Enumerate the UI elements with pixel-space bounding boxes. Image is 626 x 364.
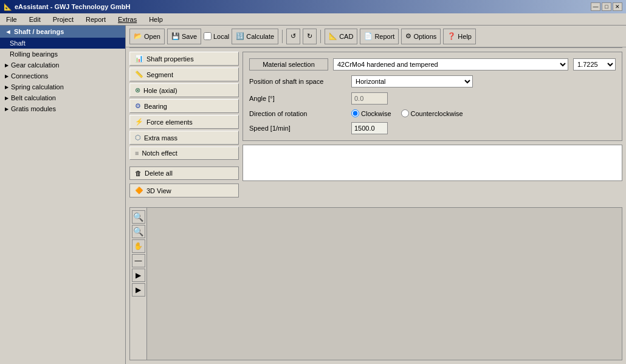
material-selection-button[interactable]: Material selection (249, 58, 328, 70)
sidebar-header: ◄ Shaft / bearings (0, 26, 125, 38)
counterclockwise-label: Counterclockwise (411, 110, 463, 117)
redo-button[interactable]: ↻ (303, 29, 317, 44)
speed-input[interactable] (351, 122, 388, 134)
toolbar: 📂 Open 💾 Save Local 🔢 Calculate ↺ ↻ 📐 CA… (126, 26, 626, 47)
minimize-button[interactable]: — (591, 2, 600, 11)
view3d-icon: 🔶 (135, 187, 143, 194)
speed-label: Speed [1/min] (249, 125, 346, 132)
material-code-dropdown[interactable]: 1.7225 (573, 58, 616, 70)
hole-icon: ⊗ (135, 86, 140, 94)
menu-bar: File Edit Project Report Extras Help (0, 13, 626, 26)
zoom-out-button[interactable]: 🔍 (132, 225, 145, 238)
mass-icon: ⬡ (135, 134, 141, 142)
maximize-button[interactable]: □ (602, 2, 611, 11)
sidebar-item-gear-calc[interactable]: ▶ Gear calculation (0, 60, 125, 70)
hole-axial-button[interactable]: ⊗ Hole (axial) (129, 83, 239, 97)
clockwise-label: Clockwise (361, 110, 391, 117)
speed-row: Speed [1/min] (249, 122, 616, 134)
fit-button-2[interactable]: ▶ (132, 269, 145, 282)
left-panel: 📊 Shaft properties 📏 Segment ⊗ Hole (axi… (129, 52, 239, 204)
report-button[interactable]: 📄 Report (360, 29, 399, 44)
force-elements-button[interactable]: ⚡ Force elements (129, 115, 239, 129)
expand-icon: ▶ (5, 84, 9, 90)
segment-icon: 📏 (135, 70, 143, 78)
fit1-icon: — (135, 256, 142, 265)
open-icon: 📂 (134, 32, 142, 40)
bearing-icon: ⚙ (135, 102, 141, 110)
material-dropdown[interactable]: 42CrMo4 hardened and tempered (333, 58, 568, 70)
cad-button[interactable]: 📐 CAD (325, 29, 357, 44)
sidebar-item-gratis[interactable]: ▶ Gratis modules (0, 103, 125, 114)
menu-help[interactable]: Help (145, 15, 167, 24)
bearing-button[interactable]: ⚙ Bearing (129, 99, 239, 113)
sidebar-item-rolling-bearings[interactable]: Rolling bearings (0, 49, 125, 60)
zoom-in-button[interactable]: 🔍 (132, 210, 145, 224)
canvas-drawing-area (147, 208, 622, 360)
app-icon: 📐 (4, 3, 12, 11)
close-button[interactable]: ✕ (613, 2, 622, 11)
fit-button-3[interactable]: ▶ (132, 283, 145, 297)
separator-1 (282, 30, 283, 43)
menu-extras[interactable]: Extras (114, 15, 140, 24)
sidebar-item-belt-calc[interactable]: ▶ Belt calculation (0, 92, 125, 103)
sidebar-item-shaft[interactable]: Shaft (0, 38, 125, 49)
zoom-out-icon: 🔍 (133, 227, 143, 236)
rotation-row: Direction of rotation Clockwise Counterc… (249, 109, 616, 117)
pan-icon: ✋ (134, 242, 143, 250)
pan-button[interactable]: ✋ (132, 239, 145, 253)
angle-row: Angle [°] (249, 92, 616, 105)
sidebar-item-connections[interactable]: ▶ Connections (0, 70, 125, 81)
material-row: Material selection 42CrMo4 hardened and … (249, 58, 616, 70)
rotation-radio-group: Clockwise Counterclockwise (351, 109, 463, 117)
window-title: eAssistant - GWJ Technology GmbH (15, 3, 131, 10)
force-icon: ⚡ (135, 118, 143, 126)
undo-button[interactable]: ↺ (286, 29, 300, 44)
report-icon: 📄 (364, 32, 373, 40)
output-text-area (242, 145, 622, 181)
notch-effect-button[interactable]: ≡ Notch effect (129, 146, 239, 160)
menu-report[interactable]: Report (82, 15, 109, 24)
canvas-area: 🔍 🔍 ✋ — ▶ ▶ (129, 207, 622, 360)
open-button[interactable]: 📂 Open (129, 29, 165, 44)
menu-file[interactable]: File (2, 15, 21, 24)
zoom-in-icon: 🔍 (133, 212, 143, 222)
view3d-button[interactable]: 🔶 3D View (129, 184, 239, 197)
expand-icon: ▶ (5, 106, 9, 112)
save-button[interactable]: 💾 Save (167, 29, 201, 44)
menu-project[interactable]: Project (49, 15, 77, 24)
counterclockwise-radio[interactable] (401, 109, 409, 117)
options-button[interactable]: ⚙ Options (401, 29, 441, 44)
rotation-label: Direction of rotation (249, 110, 346, 117)
sidebar-item-spring-calc[interactable]: ▶ Spring calculation (0, 81, 125, 92)
local-label: Local (213, 33, 229, 40)
canvas-toolbar: 🔍 🔍 ✋ — ▶ ▶ (130, 208, 147, 360)
expand-icon: ▶ (5, 95, 9, 101)
properties-panel: Material selection 42CrMo4 hardened and … (242, 52, 622, 141)
calculate-button[interactable]: 🔢 Calculate (232, 29, 278, 44)
cad-icon: 📐 (329, 32, 337, 40)
position-dropdown[interactable]: Horizontal Vertical (351, 75, 473, 88)
window-controls: — □ ✕ (591, 2, 622, 11)
angle-input[interactable] (351, 92, 388, 105)
clockwise-option[interactable]: Clockwise (351, 109, 391, 117)
fit-button-1[interactable]: — (132, 254, 145, 267)
angle-label: Angle [°] (249, 95, 346, 102)
options-icon: ⚙ (405, 32, 411, 40)
clockwise-radio[interactable] (351, 109, 359, 117)
local-checkbox[interactable] (204, 32, 212, 40)
panels-row: 📊 Shaft properties 📏 Segment ⊗ Hole (axi… (126, 48, 626, 207)
expand-icon: ▶ (5, 74, 9, 79)
extra-mass-button[interactable]: ⬡ Extra mass (129, 131, 239, 145)
save-icon: 💾 (171, 32, 180, 40)
segment-button[interactable]: 📏 Segment (129, 67, 239, 81)
fit2-icon: ▶ (136, 271, 141, 280)
help-button[interactable]: ❓ Help (443, 29, 476, 44)
menu-edit[interactable]: Edit (26, 15, 44, 24)
position-row: Position of shaft in space Horizontal Ve… (249, 75, 616, 88)
calculate-icon: 🔢 (236, 32, 244, 40)
title-bar: 📐 eAssistant - GWJ Technology GmbH — □ ✕ (0, 0, 626, 13)
delete-all-button[interactable]: 🗑 Delete all (129, 167, 239, 180)
shaft-properties-button[interactable]: 📊 Shaft properties (129, 52, 239, 66)
notch-icon: ≡ (135, 149, 139, 157)
counterclockwise-option[interactable]: Counterclockwise (401, 109, 463, 117)
